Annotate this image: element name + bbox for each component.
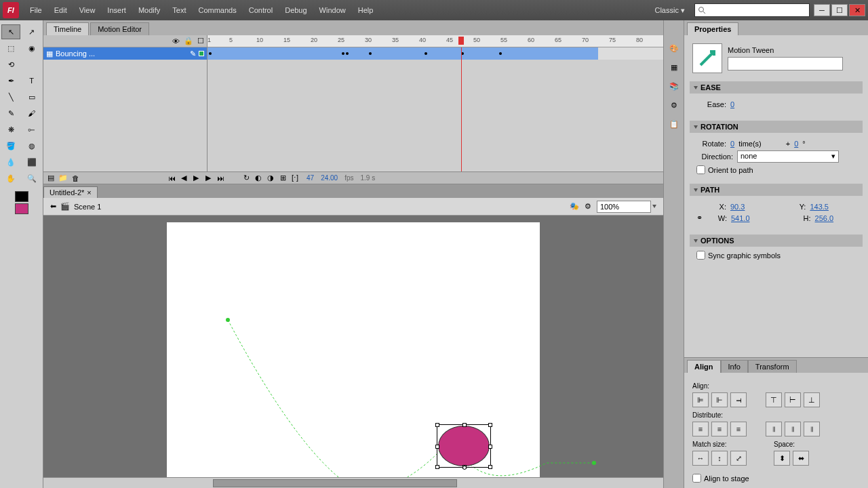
deco-tool[interactable]: ❋ [1, 122, 20, 137]
library-panel-icon[interactable]: 📚 [667, 79, 682, 94]
align-top-button[interactable]: ⊤ [766, 392, 782, 407]
menu-debug[interactable]: Debug [279, 3, 312, 17]
section-options[interactable]: OPTIONS [690, 235, 863, 247]
section-path[interactable]: PATH [690, 184, 863, 196]
menu-file[interactable]: File [24, 3, 47, 17]
pen-tool[interactable]: ✒ [1, 73, 20, 88]
workspace-dropdown[interactable]: Classic ▾ [649, 5, 690, 16]
close-button[interactable]: ✕ [849, 4, 865, 16]
back-arrow-icon[interactable]: ⬅ [50, 202, 56, 211]
lasso-tool[interactable]: ⟲ [1, 57, 20, 72]
play-button[interactable]: ▶ [191, 174, 201, 183]
step-back-button[interactable]: ◀ [179, 174, 189, 183]
align-left-button[interactable]: ⊫ [692, 392, 709, 407]
horizontal-scrollbar[interactable] [43, 477, 663, 488]
align-hcenter-button[interactable]: ⊩ [711, 392, 728, 407]
menu-insert[interactable]: Insert [102, 3, 132, 17]
rotate-degrees[interactable]: 0 [794, 140, 798, 148]
link-wh-icon[interactable]: ⚭ [696, 214, 703, 222]
menu-help[interactable]: Help [353, 3, 379, 17]
subselection-tool[interactable]: ↗ [22, 24, 41, 39]
ink-bottle-tool[interactable]: ◍ [22, 138, 41, 153]
menu-window[interactable]: Window [314, 3, 351, 17]
path-x[interactable]: 90.3 [730, 203, 745, 211]
layer-color-swatch[interactable] [199, 51, 204, 56]
timeline-ruler[interactable]: 1510152025303540455055606570758085 [208, 35, 663, 47]
lock-icon[interactable]: 🔒 [184, 37, 193, 45]
menu-edit[interactable]: Edit [49, 3, 73, 17]
swatches-panel-icon[interactable]: ▦ [667, 60, 682, 75]
ease-value[interactable]: 0 [730, 100, 734, 108]
dist-top-button[interactable]: ≡ [692, 422, 709, 436]
stage-area[interactable] [43, 216, 663, 477]
align-right-button[interactable]: ⫤ [730, 392, 747, 407]
menu-control[interactable]: Control [243, 3, 278, 17]
minimize-button[interactable]: ─ [814, 4, 830, 16]
match-width-button[interactable]: ↔ [692, 451, 709, 466]
goto-first-button[interactable]: ⏮ [167, 174, 176, 183]
menu-text[interactable]: Text [167, 3, 191, 17]
line-tool[interactable]: ╲ [1, 89, 20, 104]
onion-outline-button[interactable]: ◑ [266, 174, 275, 183]
direction-select[interactable]: none▾ [737, 150, 839, 163]
stage[interactable] [167, 222, 540, 477]
tab-align[interactable]: Align [687, 360, 721, 373]
zoom-tool[interactable]: 🔍 [22, 171, 41, 186]
rotate-times[interactable]: 0 [730, 140, 734, 148]
zoom-dropdown-icon[interactable] [652, 205, 656, 208]
zoom-input[interactable] [597, 201, 651, 213]
layer-row[interactable]: ▦ Bouncing ... ✎ [43, 47, 207, 60]
onion-skin-button[interactable]: ◐ [254, 174, 263, 183]
new-folder-button[interactable]: 📁 [58, 174, 68, 183]
space-vert-button[interactable]: ⬍ [774, 451, 790, 466]
pencil-tool[interactable]: ✎ [1, 106, 20, 121]
playhead[interactable] [458, 37, 464, 45]
3d-rotation-tool[interactable]: ◉ [22, 41, 41, 56]
text-tool[interactable]: T [22, 73, 41, 88]
match-height-button[interactable]: ↕ [711, 451, 728, 466]
tab-timeline[interactable]: Timeline [46, 22, 89, 35]
align-bottom-button[interactable]: ⊥ [804, 392, 820, 407]
paint-bucket-tool[interactable]: 🪣 [1, 138, 20, 153]
space-horiz-button[interactable]: ⬌ [793, 451, 809, 466]
dist-hcenter-button[interactable]: ⦀ [785, 422, 801, 436]
new-layer-button[interactable]: ▤ [46, 174, 56, 183]
tab-motion-editor[interactable]: Motion Editor [90, 22, 149, 35]
section-ease[interactable]: EASE [690, 81, 863, 94]
frames-row[interactable] [208, 47, 663, 60]
hand-tool[interactable]: ✋ [1, 171, 20, 186]
menu-modify[interactable]: Modify [133, 3, 165, 17]
visibility-icon[interactable]: 👁 [172, 37, 180, 45]
section-rotation[interactable]: ROTATION [690, 121, 863, 133]
menu-view[interactable]: View [74, 3, 101, 17]
eraser-tool[interactable]: ⬛ [22, 155, 41, 169]
eyedropper-tool[interactable]: 💧 [1, 155, 20, 169]
step-forward-button[interactable]: ▶ [203, 174, 213, 183]
loop-button[interactable]: ↻ [241, 174, 251, 183]
match-both-button[interactable]: ⤢ [730, 451, 747, 466]
edit-scene-icon[interactable]: 🎭 [570, 202, 579, 211]
color-panel-icon[interactable]: 🎨 [667, 41, 682, 56]
edit-multiple-button[interactable]: ⊞ [278, 174, 288, 183]
selection-tool[interactable]: ↖ [1, 24, 20, 39]
align-vcenter-button[interactable]: ⊢ [785, 392, 801, 407]
tab-info[interactable]: Info [721, 360, 748, 373]
selection-box[interactable] [437, 424, 491, 468]
dist-right-button[interactable]: ⦀ [804, 422, 820, 436]
edit-symbols-icon[interactable]: ⚙ [585, 202, 591, 211]
close-tab-icon[interactable]: × [87, 188, 91, 197]
path-h[interactable]: 256.0 [815, 214, 834, 222]
align-stage-checkbox[interactable] [692, 474, 701, 483]
modify-markers-button[interactable]: [⋅] [290, 174, 300, 183]
orient-checkbox[interactable] [696, 165, 705, 174]
bone-tool[interactable]: ⟜ [22, 122, 41, 137]
free-transform-tool[interactable]: ⬚ [1, 41, 20, 56]
menu-commands[interactable]: Commands [193, 3, 241, 17]
fill-color[interactable] [15, 203, 28, 214]
components-panel-icon[interactable]: ⚙ [667, 98, 682, 113]
tab-transform[interactable]: Transform [748, 360, 797, 373]
rectangle-tool[interactable]: ▭ [22, 89, 41, 104]
path-y[interactable]: 143.5 [810, 203, 829, 211]
delete-layer-button[interactable]: 🗑 [71, 174, 80, 183]
outline-icon[interactable]: ☐ [197, 37, 204, 45]
